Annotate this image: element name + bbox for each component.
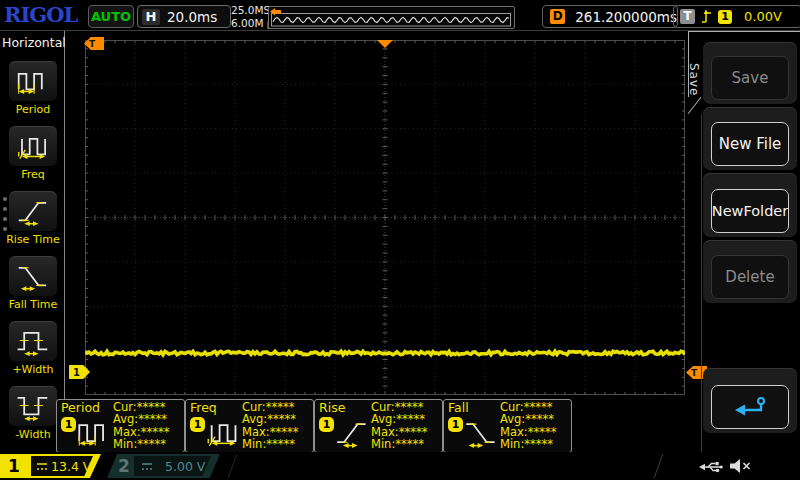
channel-status-bar: 1 13.4 V 2 5.00 V [0, 452, 800, 480]
measurement-title: Fall [448, 400, 469, 415]
bottombar-separator [228, 454, 238, 478]
left-menu-divider [64, 31, 65, 452]
bottombar-separator [654, 454, 664, 478]
channel1-number: 1 [8, 456, 20, 476]
return-arrow-icon [731, 395, 769, 419]
run-status-badge: AUTO [88, 5, 134, 28]
rise-time-icon [332, 415, 372, 449]
menu-item-pos-width[interactable]: +Width [2, 320, 64, 376]
dc-coupling-icon [141, 462, 153, 471]
menu-item-fall-time[interactable]: Fall Time [2, 255, 64, 311]
softkey-delete[interactable]: Delete [703, 240, 797, 303]
menu-item-neg-width[interactable]: -Width [2, 385, 64, 441]
dc-coupling-icon [36, 462, 48, 471]
fall-time-icon [13, 259, 53, 292]
trigger-label-badge: T [680, 9, 695, 24]
rise-time-icon [13, 194, 53, 227]
measurement-values: Cur:***** Avg:***** Max:***** Min:***** [500, 401, 556, 451]
right-menu-edge-line [701, 114, 702, 452]
delay-label-badge: D [550, 9, 565, 24]
delay-readout-box[interactable]: D 261.200000ms [542, 5, 678, 28]
measurement-panel-period: Period 1 Cur:***** Avg:***** Max:***** M… [56, 399, 185, 453]
waveform-preview-strip[interactable] [268, 6, 515, 29]
measurement-values: Cur:***** Avg:***** Max:***** Min:***** [113, 401, 169, 451]
softkey-back[interactable] [703, 368, 797, 433]
measurement-values: Cur:***** Avg:***** Max:***** Min:***** [242, 401, 298, 451]
softkey-new-folder[interactable]: NewFolder [703, 173, 797, 237]
speaker-muted-icon [728, 457, 752, 475]
softkey-new-file[interactable]: New File [703, 107, 797, 170]
horizontal-scale-box[interactable]: H 20.0ms [137, 5, 231, 28]
preview-wave-icon [269, 7, 514, 28]
fall-time-icon [461, 415, 501, 449]
new-folder-button[interactable]: NewFolder [711, 189, 789, 233]
menu-item-freq[interactable]: Freq [2, 125, 64, 181]
topbar-separator [0, 30, 800, 31]
menu-item-rise-time[interactable]: Rise Time [2, 190, 64, 246]
trigger-edge-icon [701, 9, 712, 24]
channel2-scale-box: 5.00 V [134, 456, 211, 476]
horizontal-scale-value: 20.0ms [167, 9, 217, 25]
usb-icon [697, 459, 723, 475]
back-button[interactable] [711, 385, 789, 429]
delay-value: 261.200000ms [575, 9, 677, 25]
delete-button[interactable]: Delete [711, 255, 789, 299]
trigger-readout-box[interactable]: T 1 0.00V [673, 5, 800, 28]
channel1-scale-box: 13.4 V [31, 456, 93, 476]
measurement-panel-rise: Rise 1 Cur:***** Avg:***** Max:***** Min… [314, 399, 443, 453]
channel1-scale: 13.4 V [51, 459, 91, 474]
menu-page-dot [3, 197, 7, 201]
pos-width-icon [13, 324, 53, 357]
channel2-number: 2 [118, 456, 130, 476]
softkey-save[interactable]: Save [703, 42, 797, 104]
scope-display [85, 40, 685, 395]
measurement-title: Freq [190, 400, 217, 415]
channel2-scale: 5.00 V [165, 459, 205, 474]
rigol-logo: RIGOL [4, 2, 77, 27]
measurement-panel-fall: Fall 1 Cur:***** Avg:***** Max:***** Min… [443, 399, 572, 453]
trigger-level-value: 0.00V [744, 9, 782, 24]
graticule [85, 40, 685, 395]
freq-icon [13, 129, 53, 162]
menu-page-dot [3, 207, 7, 211]
menu-page-dot [3, 217, 7, 221]
right-save-menu: Save Save New File NewFolder Delete [688, 31, 800, 452]
measurement-title: Period [61, 400, 100, 415]
left-measure-menu: Horizontal Period Freq [0, 31, 66, 452]
new-file-button[interactable]: New File [711, 122, 789, 166]
save-button[interactable]: Save [711, 56, 789, 100]
right-menu-tab-label: Save [687, 48, 701, 112]
oscilloscope-screen: RIGOL AUTO H 20.0ms 25.0MSa/s 6.00M pts … [0, 0, 800, 480]
freq-icon [203, 415, 243, 449]
menu-page-dot [3, 227, 7, 231]
trigger-position-triangle [377, 40, 393, 48]
left-menu-title: Horizontal [2, 35, 66, 50]
channel1-status[interactable]: 1 13.4 V [0, 454, 101, 478]
right-menu-topline [688, 31, 800, 32]
measurement-panel-freq: Freq 1 Cur:***** Avg:***** Max:***** Min… [185, 399, 314, 453]
neg-width-icon [13, 389, 53, 422]
measurement-title: Rise [319, 400, 345, 415]
menu-item-period[interactable]: Period [2, 60, 64, 116]
measurement-values: Cur:***** Avg:***** Max:***** Min:***** [371, 401, 427, 451]
trigger-source-badge: 1 [718, 10, 732, 24]
channel2-status[interactable]: 2 5.00 V [107, 454, 220, 478]
period-icon [74, 415, 114, 449]
horizontal-label: H [142, 9, 160, 25]
period-icon [13, 64, 53, 97]
